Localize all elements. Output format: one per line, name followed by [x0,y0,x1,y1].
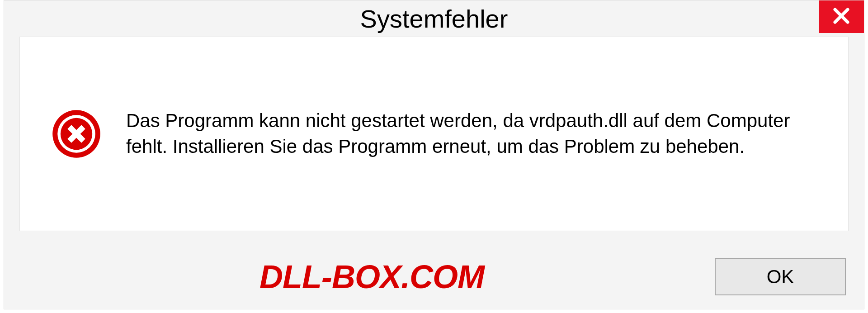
titlebar: Systemfehler [4,0,864,37]
content-panel: Das Programm kann nicht gestartet werden… [19,37,849,231]
error-dialog: Systemfehler Das Programm kann nicht ges… [4,0,864,309]
error-icon [52,109,101,159]
error-message: Das Programm kann nicht gestartet werden… [126,108,830,159]
watermark-text: DLL-BOX.COM [259,258,484,295]
close-button[interactable] [819,0,864,33]
dialog-title: Systemfehler [360,4,508,33]
footer: DLL-BOX.COM OK [4,258,864,295]
close-icon [832,6,851,27]
ok-button[interactable]: OK [715,258,846,295]
ok-button-label: OK [767,266,794,288]
